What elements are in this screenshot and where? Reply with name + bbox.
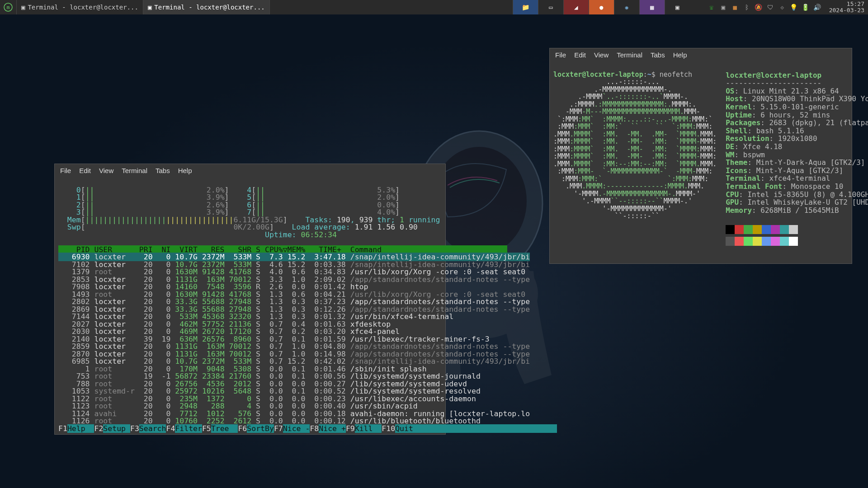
taskbar: m ▣Terminal - locxter@locxter... ▣Termin… [0, 0, 868, 14]
svg-text:m: m [7, 5, 10, 10]
clock[interactable]: 15:27 2024-03-23 [826, 1, 868, 14]
volume-icon[interactable]: 🔊 [813, 3, 822, 12]
taskbar-app-3[interactable]: ◢ [563, 0, 589, 14]
battery-icon[interactable]: 🔋 [801, 3, 810, 12]
menu-view[interactable]: View [99, 167, 113, 174]
taskbar-window-label: Terminal - locxter@locxter... [154, 4, 264, 11]
menu-terminal[interactable]: Terminal [122, 167, 147, 174]
bulb-icon[interactable]: 💡 [789, 3, 798, 12]
menu-view[interactable]: View [594, 51, 609, 59]
system-tray: ☏ ▣ ▦ ᛒ 🔕 🛡 ⟐ 💡 🔋 🔊 [703, 3, 826, 12]
svg-point-1 [432, 147, 527, 255]
htop-output: 0[|| 2.0%] 4[|| 5.3%] 1[|| 3.9%] 5[|| 2.… [55, 177, 445, 434]
taskbar-app-5[interactable]: ❋ [614, 0, 639, 14]
terminal-menubar: File Edit View Terminal Tabs Help [55, 164, 445, 177]
taskbar-window-2[interactable]: ▣Terminal - locxter@locxter... [143, 0, 270, 14]
taskbar-app-4[interactable]: ● [589, 0, 614, 14]
menu-edit[interactable]: Edit [79, 167, 91, 174]
clock-time: 15:27 [829, 1, 864, 7]
neofetch-ascii-logo: locxter@locxter-laptop:~$ neofetch ...-:… [553, 63, 717, 262]
menu-help[interactable]: Help [673, 51, 687, 59]
menu-tabs[interactable]: Tabs [651, 51, 665, 59]
menu-terminal[interactable]: Terminal [617, 51, 642, 59]
neofetch-output: locxter@locxter-laptop:~$ neofetch ...-:… [550, 61, 852, 263]
taskbar-window-1[interactable]: ▣Terminal - locxter@locxter... [17, 0, 143, 14]
taskbar-app-1[interactable]: 📁 [513, 0, 538, 14]
taskbar-window-label: Terminal - locxter@locxter... [28, 4, 138, 11]
mint-menu-button[interactable]: m [0, 0, 17, 14]
menu-edit[interactable]: Edit [574, 51, 586, 59]
menu-tabs[interactable]: Tabs [156, 167, 170, 174]
tray-icon-2[interactable]: ▣ [719, 3, 728, 12]
wifi-icon[interactable]: ⟐ [778, 3, 787, 12]
terminal-menubar: File Edit View Terminal Tabs Help [550, 48, 852, 61]
htop-terminal-window[interactable]: File Edit View Terminal Tabs Help 0[|| 2… [54, 164, 446, 435]
workspaces-icon[interactable]: ▦ [731, 3, 740, 12]
taskbar-app-2[interactable]: ▭ [538, 0, 563, 14]
notification-icon[interactable]: 🔕 [754, 3, 763, 12]
taskbar-app-6[interactable]: ▦ [639, 0, 665, 14]
menu-help[interactable]: Help [178, 167, 192, 174]
clock-date: 2024-03-23 [829, 7, 864, 14]
taskbar-app-7[interactable]: ▣ [665, 0, 690, 14]
menu-file[interactable]: File [555, 51, 566, 59]
neofetch-terminal-window[interactable]: File Edit View Terminal Tabs Help locxte… [549, 48, 852, 264]
bluetooth-icon[interactable]: ᛒ [742, 3, 751, 12]
whatsapp-tray-icon[interactable]: ☏ [707, 3, 716, 12]
shield-icon[interactable]: 🛡 [766, 3, 775, 12]
menu-file[interactable]: File [60, 167, 71, 174]
neofetch-info: locxter@locxter-laptop -----------------… [726, 63, 868, 262]
